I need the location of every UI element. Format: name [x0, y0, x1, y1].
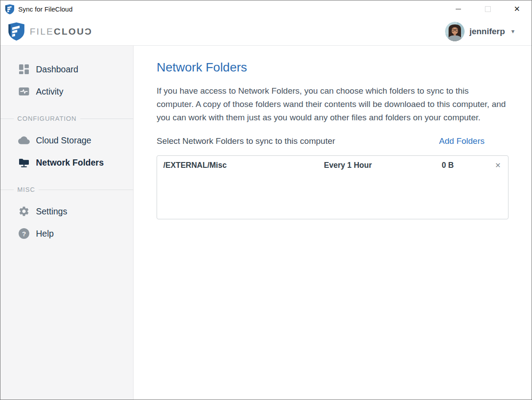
cloud-icon: [18, 135, 30, 146]
divider-line: [0, 119, 14, 119]
sidebar-item-label: Network Folders: [36, 158, 104, 168]
gear-icon: [18, 206, 30, 217]
folder-row: /EXTERNAL/Misc Every 1 Hour 0 B ✕: [157, 156, 508, 170]
sidebar-item-network-folders[interactable]: Network Folders: [0, 151, 133, 174]
sidebar-item-activity[interactable]: Activity: [0, 80, 133, 103]
sidebar-item-label: Help: [36, 229, 54, 239]
sidebar-item-dashboard[interactable]: Dashboard: [0, 58, 133, 80]
activity-pulse-icon: [18, 86, 30, 97]
divider-line: [80, 119, 133, 119]
close-button[interactable]: ✕: [502, 0, 532, 18]
main-content: Network Folders If you have access to Ne…: [134, 46, 532, 400]
maximize-icon: [485, 6, 491, 12]
folder-sync-schedule: Every 1 Hour: [284, 161, 412, 170]
sidebar-item-help[interactable]: ? Help: [0, 222, 133, 245]
chevron-down-icon: ▼: [510, 28, 516, 35]
sidebar-item-label: Settings: [36, 206, 67, 217]
select-folders-row: Select Network Folders to sync to this c…: [157, 136, 508, 146]
dashboard-grid-icon: [18, 63, 30, 75]
help-icon: ?: [18, 228, 30, 239]
window-title: Sync for FileCloud: [18, 5, 73, 13]
divider-line: [39, 190, 133, 190]
maximize-button[interactable]: [473, 0, 502, 18]
filecloud-logo: FILECLOUƆ: [8, 22, 93, 41]
sidebar-item-settings[interactable]: Settings: [0, 200, 133, 222]
page-description: If you have access to Network Folders, y…: [157, 84, 507, 124]
network-folder-icon: [18, 157, 30, 168]
select-folders-label: Select Network Folders to sync to this c…: [157, 136, 335, 146]
folder-path: /EXTERNAL/Misc: [163, 161, 284, 170]
filecloud-wordmark: FILECLOUƆ: [30, 26, 93, 37]
close-icon: ✕: [514, 5, 520, 13]
user-menu[interactable]: jenniferp ▼: [445, 22, 516, 41]
sidebar: Dashboard Activity CONFIGURATION: [0, 46, 134, 400]
sidebar-item-label: Dashboard: [36, 64, 78, 75]
minimize-icon: [456, 9, 461, 9]
app-header: FILECLOUƆ: [0, 18, 532, 46]
add-folders-link[interactable]: Add Folders: [439, 136, 485, 146]
page-title: Network Folders: [157, 60, 508, 75]
sidebar-section-misc: MISC: [0, 183, 133, 196]
avatar: [445, 22, 465, 41]
folder-size: 0 B: [412, 161, 483, 170]
titlebar: Sync for FileCloud ✕: [0, 0, 532, 18]
sidebar-section-configuration: CONFIGURATION: [0, 112, 133, 125]
app-window: Sync for FileCloud ✕ FILECLOUƆ: [0, 0, 532, 400]
synced-folders-list: /EXTERNAL/Misc Every 1 Hour 0 B ✕: [157, 155, 508, 219]
divider-line: [0, 190, 14, 190]
minimize-button[interactable]: [444, 0, 473, 18]
sidebar-item-cloud-storage[interactable]: Cloud Storage: [0, 129, 133, 151]
sidebar-item-label: Cloud Storage: [36, 135, 91, 146]
app-shield-icon: [5, 4, 14, 15]
filecloud-shield-icon: [8, 22, 24, 41]
username: jenniferp: [469, 27, 505, 36]
sidebar-item-label: Activity: [36, 87, 63, 97]
app-body: Dashboard Activity CONFIGURATION: [0, 46, 532, 400]
remove-folder-icon[interactable]: ✕: [483, 162, 501, 169]
